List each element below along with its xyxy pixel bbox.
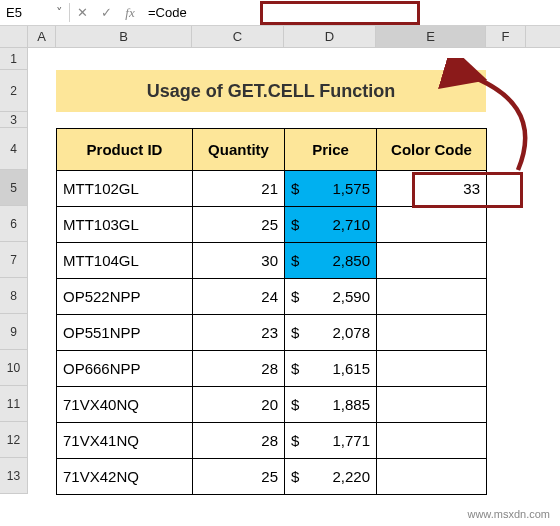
row-header-7[interactable]: 7: [0, 242, 28, 278]
name-box[interactable]: E5 ˅: [0, 3, 70, 22]
cell-quantity[interactable]: 20: [193, 387, 285, 423]
cell-price[interactable]: $1,575: [285, 171, 377, 207]
col-header-c[interactable]: C: [192, 26, 284, 47]
th-color-code: Color Code: [377, 129, 487, 171]
table-row: MTT104GL30$2,850: [57, 243, 487, 279]
cell-quantity[interactable]: 23: [193, 315, 285, 351]
col-header-b[interactable]: B: [56, 26, 192, 47]
formula-bar: E5 ˅ ✕ ✓ fx =Code: [0, 0, 560, 26]
cell-quantity[interactable]: 24: [193, 279, 285, 315]
cell-product-id[interactable]: OP522NPP: [57, 279, 193, 315]
col-header-d[interactable]: D: [284, 26, 376, 47]
cell-product-id[interactable]: 71VX41NQ: [57, 423, 193, 459]
th-price: Price: [285, 129, 377, 171]
table-row: OP551NPP23$2,078: [57, 315, 487, 351]
row-header-3[interactable]: 3: [0, 112, 28, 128]
cancel-icon[interactable]: ✕: [70, 5, 94, 20]
cell-price[interactable]: $2,078: [285, 315, 377, 351]
table-row: 71VX40NQ20$1,885: [57, 387, 487, 423]
cell-product-id[interactable]: MTT103GL: [57, 207, 193, 243]
cell-color-code[interactable]: [377, 351, 487, 387]
cell-color-code[interactable]: [377, 279, 487, 315]
row-header-5[interactable]: 5: [0, 170, 28, 206]
fx-icon[interactable]: fx: [118, 5, 142, 21]
col-header-a[interactable]: A: [28, 26, 56, 47]
cell-quantity[interactable]: 28: [193, 423, 285, 459]
cell-product-id[interactable]: 71VX42NQ: [57, 459, 193, 495]
cell-product-id[interactable]: OP551NPP: [57, 315, 193, 351]
watermark: www.msxdn.com: [467, 508, 550, 520]
cell-quantity[interactable]: 25: [193, 459, 285, 495]
row-header-13[interactable]: 13: [0, 458, 28, 494]
cell-price[interactable]: $1,615: [285, 351, 377, 387]
column-headers: A B C D E F: [0, 26, 560, 48]
cell-color-code[interactable]: [377, 207, 487, 243]
row-header-2[interactable]: 2: [0, 70, 28, 112]
row-headers: 1 2 3 4 5 6 7 8 9 10 11 12 13: [0, 48, 28, 494]
cell-product-id[interactable]: OP666NPP: [57, 351, 193, 387]
cell-quantity[interactable]: 25: [193, 207, 285, 243]
table-row: 71VX41NQ28$1,771: [57, 423, 487, 459]
row-header-11[interactable]: 11: [0, 386, 28, 422]
cell-price[interactable]: $2,710: [285, 207, 377, 243]
cell-price[interactable]: $2,590: [285, 279, 377, 315]
table-row: OP522NPP24$2,590: [57, 279, 487, 315]
row-header-10[interactable]: 10: [0, 350, 28, 386]
cell-price[interactable]: $2,220: [285, 459, 377, 495]
table-row: MTT103GL25$2,710: [57, 207, 487, 243]
row-header-4[interactable]: 4: [0, 128, 28, 170]
cell-quantity[interactable]: 21: [193, 171, 285, 207]
cell-color-code[interactable]: [377, 387, 487, 423]
th-quantity: Quantity: [193, 129, 285, 171]
cell-color-code[interactable]: [377, 423, 487, 459]
table-row: OP666NPP28$1,615: [57, 351, 487, 387]
enter-icon[interactable]: ✓: [94, 5, 118, 20]
cell-product-id[interactable]: 71VX40NQ: [57, 387, 193, 423]
page-title: Usage of GET.CELL Function: [56, 70, 486, 112]
th-product-id: Product ID: [57, 129, 193, 171]
table-row: 71VX42NQ25$2,220: [57, 459, 487, 495]
cell-quantity[interactable]: 30: [193, 243, 285, 279]
col-header-f[interactable]: F: [486, 26, 526, 47]
table-header-row: Product ID Quantity Price Color Code: [57, 129, 487, 171]
sheet-grid[interactable]: Usage of GET.CELL Function Product ID Qu…: [28, 48, 560, 494]
table-row: MTT102GL21$1,57533: [57, 171, 487, 207]
row-header-8[interactable]: 8: [0, 278, 28, 314]
cell-product-id[interactable]: MTT104GL: [57, 243, 193, 279]
cell-price[interactable]: $2,850: [285, 243, 377, 279]
select-all-corner[interactable]: [0, 26, 28, 47]
name-box-value: E5: [6, 5, 22, 20]
cell-quantity[interactable]: 28: [193, 351, 285, 387]
cell-product-id[interactable]: MTT102GL: [57, 171, 193, 207]
data-table: Product ID Quantity Price Color Code MTT…: [56, 128, 487, 495]
cell-price[interactable]: $1,885: [285, 387, 377, 423]
cell-color-code[interactable]: [377, 243, 487, 279]
row-header-9[interactable]: 9: [0, 314, 28, 350]
name-box-dropdown-icon[interactable]: ˅: [56, 5, 63, 20]
cell-price[interactable]: $1,771: [285, 423, 377, 459]
formula-input[interactable]: =Code: [142, 3, 560, 22]
cell-color-code[interactable]: [377, 459, 487, 495]
cell-color-code[interactable]: [377, 315, 487, 351]
col-header-e[interactable]: E: [376, 26, 486, 47]
row-header-6[interactable]: 6: [0, 206, 28, 242]
row-header-1[interactable]: 1: [0, 48, 28, 70]
row-header-12[interactable]: 12: [0, 422, 28, 458]
cell-color-code[interactable]: 33: [377, 171, 487, 207]
